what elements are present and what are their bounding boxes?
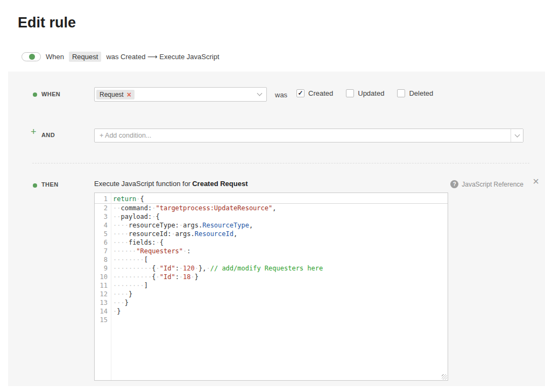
code-line[interactable]: 2··command:·"targetprocess:UpdateResourc… bbox=[95, 204, 448, 212]
code-line[interactable]: 13···} bbox=[95, 298, 448, 307]
toggle-knob-icon bbox=[29, 54, 35, 60]
rule-enabled-toggle[interactable] bbox=[22, 52, 41, 61]
code-line[interactable]: 8········[ bbox=[95, 255, 448, 264]
line-number: 12 bbox=[95, 290, 108, 298]
created-request-label: Created Request bbox=[192, 180, 247, 188]
code-line[interactable]: 14·} bbox=[95, 307, 448, 316]
rule-summary: When Request was Created ⟶ Execute JavaS… bbox=[22, 52, 220, 62]
selected-entity-chip[interactable]: Request × bbox=[96, 90, 135, 99]
summary-rest: was Created ⟶ Execute JavaScript bbox=[106, 53, 219, 61]
add-condition-wrap bbox=[94, 129, 523, 142]
code-line[interactable]: 15 bbox=[95, 316, 448, 324]
code-line[interactable]: 6····fields:·{ bbox=[95, 238, 448, 247]
line-number: 7 bbox=[95, 247, 108, 255]
chip-label: Request bbox=[100, 91, 124, 98]
code-text: ····resourceType:·args.ResourceType, bbox=[108, 221, 253, 230]
close-icon[interactable]: × bbox=[533, 176, 539, 187]
line-number: 1 bbox=[95, 195, 108, 203]
line-number: 4 bbox=[95, 221, 108, 230]
line-number: 15 bbox=[95, 316, 108, 324]
code-editor[interactable]: 1return·{2··command:·"targetprocess:Upda… bbox=[94, 193, 448, 381]
checkbox-label: Created bbox=[308, 89, 333, 97]
resize-handle[interactable] bbox=[442, 374, 447, 380]
checkbox-updated[interactable]: Updated bbox=[346, 89, 384, 97]
code-text: ········] bbox=[108, 281, 148, 290]
checkbox-deleted[interactable]: Deleted bbox=[397, 89, 433, 97]
condition-dropdown-button[interactable] bbox=[511, 129, 523, 142]
line-number: 10 bbox=[95, 273, 108, 281]
summary-prefix: When bbox=[46, 53, 64, 61]
code-line[interactable]: 12····} bbox=[95, 290, 448, 298]
code-line[interactable]: 5····resourceId:·args.ResourceId, bbox=[95, 230, 448, 238]
line-number: 2 bbox=[95, 204, 108, 212]
code-line[interactable]: 4····resourceType:·args.ResourceType, bbox=[95, 221, 448, 230]
code-text: ······"Requesters"·: bbox=[108, 247, 191, 255]
line-number: 14 bbox=[95, 307, 108, 316]
line-number: 8 bbox=[95, 255, 108, 264]
section-divider bbox=[32, 163, 529, 163]
code-line[interactable]: 3··payload:·{ bbox=[95, 212, 448, 221]
entity-select[interactable]: Request × bbox=[94, 87, 267, 102]
code-line[interactable]: 11········] bbox=[95, 281, 448, 290]
was-label: was bbox=[275, 91, 287, 99]
checkbox-label: Deleted bbox=[409, 89, 433, 97]
checkbox-box-icon[interactable]: ✓ bbox=[296, 89, 305, 97]
code-text: ··payload:·{ bbox=[108, 212, 160, 221]
and-section-label: AND bbox=[41, 132, 55, 138]
chevron-down-icon[interactable] bbox=[257, 91, 263, 96]
gutter-divider bbox=[111, 193, 111, 380]
code-text: ····resourceId:·args.ResourceId, bbox=[108, 230, 237, 238]
line-number: 6 bbox=[95, 238, 108, 247]
line-number: 5 bbox=[95, 230, 108, 238]
line-number: 13 bbox=[95, 298, 108, 307]
code-line[interactable]: 1return·{ bbox=[95, 195, 448, 204]
code-lines: 1return·{2··command:·"targetprocess:Upda… bbox=[95, 193, 448, 380]
plus-icon: + bbox=[31, 127, 37, 137]
when-bullet-icon bbox=[33, 92, 37, 97]
chevron-down-icon bbox=[514, 132, 520, 137]
then-bullet-icon bbox=[33, 183, 37, 188]
chip-remove-icon[interactable]: × bbox=[127, 91, 131, 98]
line-number: 11 bbox=[95, 281, 108, 290]
checkbox-created[interactable]: ✓ Created bbox=[296, 89, 333, 97]
code-line[interactable]: 10··········{·"Id":·18·} bbox=[95, 273, 448, 281]
question-icon: ? bbox=[450, 180, 458, 188]
code-line[interactable]: 7······"Requesters"·: bbox=[95, 247, 448, 255]
checkbox-box-icon[interactable] bbox=[397, 89, 405, 97]
add-condition-input[interactable] bbox=[94, 129, 523, 142]
event-checkboxes: ✓ Created Updated Deleted bbox=[296, 89, 433, 97]
code-text: ··········{·"Id":·120·},·// add/modify R… bbox=[108, 264, 323, 273]
code-text: return·{ bbox=[108, 195, 144, 203]
code-text: ··········{·"Id":·18·} bbox=[108, 273, 199, 281]
line-number: 9 bbox=[95, 264, 108, 273]
code-line[interactable]: 9··········{·"Id":·120·},·// add/modify … bbox=[95, 264, 448, 273]
edit-rule-page: Edit rule When Request was Created ⟶ Exe… bbox=[0, 0, 545, 392]
javascript-reference-link[interactable]: ? JavaScript Reference bbox=[450, 180, 523, 188]
code-text bbox=[108, 316, 113, 324]
code-text: ········[ bbox=[108, 255, 148, 264]
checkbox-label: Updated bbox=[358, 89, 384, 97]
rule-card: WHEN Request × was ✓ Created Updated Del… bbox=[8, 72, 545, 386]
then-section-label: THEN bbox=[41, 181, 59, 188]
when-section-label: WHEN bbox=[41, 91, 60, 97]
then-header: Execute JavaScript function forCreated R… bbox=[94, 180, 248, 188]
line-number: 3 bbox=[95, 212, 108, 221]
code-text: ·} bbox=[108, 307, 121, 316]
entity-badge: Request bbox=[69, 52, 101, 62]
checkbox-box-icon[interactable] bbox=[346, 89, 354, 97]
javascript-reference-label: JavaScript Reference bbox=[462, 181, 523, 188]
page-title: Edit rule bbox=[18, 15, 76, 31]
code-text: ··command:·"targetprocess:UpdateResource… bbox=[108, 204, 276, 212]
then-header-text: Execute JavaScript function for bbox=[94, 180, 190, 188]
code-text: ····fields:·{ bbox=[108, 238, 164, 247]
